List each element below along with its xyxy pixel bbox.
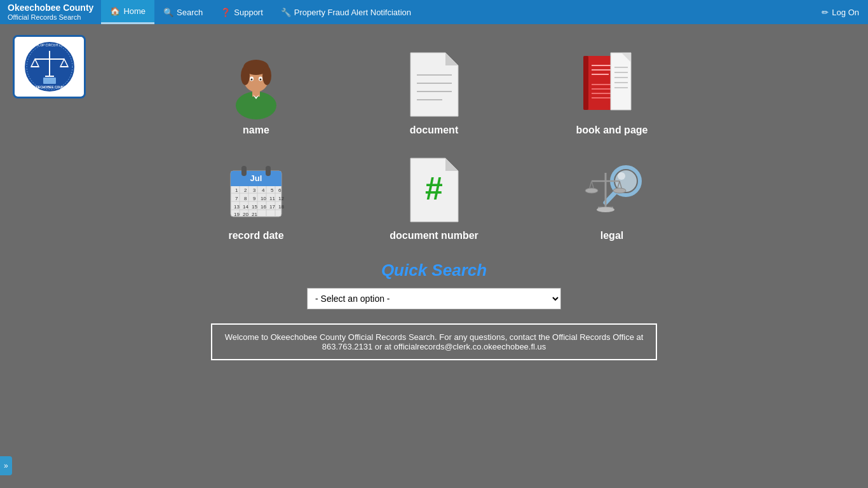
svg-marker-37 (611, 53, 631, 110)
svg-text:6: 6 (278, 187, 281, 193)
document-number-icon: # (410, 158, 458, 222)
svg-text:CLERK OF CIRCUIT COURT: CLERK OF CIRCUIT COURT (29, 43, 71, 47)
document-label: document (410, 125, 458, 136)
svg-text:Jul: Jul (250, 173, 262, 183)
brand-subtitle: Official Records Search (8, 13, 93, 22)
court-seal-svg: OKEECHOBEE COUNTY CLERK OF CIRCUIT COURT (21, 41, 78, 92)
search-option-record-date[interactable]: Jul 1 2 3 4 (186, 155, 326, 241)
sidebar-tab-label: » (4, 461, 8, 470)
navbar: Okeechobee County Official Records Searc… (0, 0, 868, 24)
svg-text:20: 20 (243, 212, 248, 217)
quick-search-section: Quick Search - Select an option - Name D… (13, 261, 855, 360)
svg-rect-7 (43, 78, 56, 84)
search-grid: name document (186, 50, 682, 241)
svg-text:19: 19 (234, 212, 240, 217)
nav-search-label: Search (177, 8, 203, 17)
svg-text:21: 21 (252, 212, 257, 217)
svg-text:13: 13 (234, 204, 240, 210)
welcome-text-line2: 863.763.2131 or at officialrecords@clerk… (322, 342, 546, 351)
svg-point-15 (262, 66, 271, 85)
svg-text:12: 12 (278, 196, 284, 201)
svg-text:11: 11 (269, 196, 275, 201)
svg-text:5: 5 (271, 187, 274, 193)
support-icon: ❓ (220, 8, 231, 17)
home-icon: 🏠 (110, 6, 120, 16)
svg-text:7: 7 (235, 196, 238, 201)
nav-fraud-label: Property Fraud Alert Notifciation (294, 8, 411, 17)
svg-point-18 (251, 78, 253, 80)
svg-point-19 (260, 78, 262, 80)
login-icon: ✏ (822, 8, 829, 17)
svg-rect-48 (241, 166, 247, 176)
document-icon-area (402, 50, 466, 119)
nav-search[interactable]: 🔍 Search (154, 0, 212, 24)
book-and-page-icon-area (580, 50, 644, 119)
logo-container: OKEECHOBEE COUNTY CLERK OF CIRCUIT COURT (13, 35, 86, 98)
svg-text:2: 2 (244, 187, 247, 193)
svg-text:OKEECHOBEE COUNTY: OKEECHOBEE COUNTY (31, 85, 68, 89)
svg-text:14: 14 (243, 204, 248, 210)
svg-text:16: 16 (261, 204, 266, 210)
nav-home-label: Home (123, 6, 146, 16)
svg-point-90 (585, 188, 598, 193)
search-option-legal[interactable]: legal (542, 155, 682, 241)
document-number-label: document number (390, 230, 478, 241)
name-label: name (243, 125, 269, 136)
svg-text:10: 10 (261, 196, 266, 201)
svg-text:9: 9 (253, 196, 256, 201)
search-option-name[interactable]: name (186, 50, 326, 136)
search-icon: 🔍 (163, 8, 173, 17)
nav-login-label: Log On (832, 8, 859, 17)
quick-search-select[interactable]: - Select an option - Name Document Book … (307, 288, 561, 309)
search-option-document[interactable]: document (364, 50, 504, 136)
svg-text:3: 3 (253, 187, 256, 193)
search-option-book-and-page[interactable]: book and page (542, 50, 682, 136)
record-date-icon-area: Jul 1 2 3 4 (224, 155, 288, 225)
quick-search-title: Quick Search (381, 261, 487, 280)
svg-text:4: 4 (262, 187, 265, 193)
calendar-icon: Jul 1 2 3 4 (227, 158, 285, 222)
svg-text:18: 18 (278, 204, 284, 210)
brand-title: Okeechobee County (8, 3, 93, 13)
legal-icon-area (580, 155, 644, 225)
svg-marker-22 (445, 53, 458, 65)
brand: Okeechobee County Official Records Searc… (0, 0, 101, 24)
name-icon-area (224, 50, 288, 119)
svg-point-95 (597, 207, 614, 212)
svg-point-93 (613, 188, 626, 193)
court-logo: OKEECHOBEE COUNTY CLERK OF CIRCUIT COURT (13, 35, 86, 98)
svg-text:1: 1 (235, 187, 238, 193)
legal-scales-icon (580, 157, 644, 224)
svg-rect-28 (583, 56, 588, 110)
nav-fraud[interactable]: 🔧 Property Fraud Alert Notifciation (272, 0, 420, 24)
book-and-page-label: book and page (576, 125, 648, 136)
svg-marker-80 (445, 158, 458, 171)
search-option-document-number[interactable]: # document number (364, 155, 504, 241)
document-number-icon-area: # (402, 155, 466, 225)
svg-text:#: # (425, 171, 443, 207)
legal-label: legal (600, 230, 623, 241)
svg-point-85 (618, 172, 625, 180)
record-date-label: record date (228, 230, 283, 241)
svg-text:15: 15 (252, 204, 257, 210)
sidebar-tab[interactable]: » (0, 456, 12, 475)
book-and-page-icon (580, 50, 644, 119)
main-content: name document (0, 30, 868, 373)
nav-support-label: Support (234, 8, 263, 17)
fraud-icon: 🔧 (281, 8, 291, 17)
svg-line-84 (606, 193, 615, 203)
document-icon (410, 53, 458, 116)
welcome-message: Welcome to Okeechobee County Official Re… (211, 323, 658, 360)
svg-point-14 (241, 66, 250, 85)
welcome-text-line1: Welcome to Okeechobee County Official Re… (225, 332, 644, 342)
nav-support[interactable]: ❓ Support (212, 0, 272, 24)
svg-text:8: 8 (244, 196, 247, 201)
svg-rect-49 (266, 166, 271, 176)
nav-login[interactable]: ✏ Log On (813, 0, 868, 24)
nav-home[interactable]: 🏠 Home (101, 0, 154, 24)
svg-text:17: 17 (269, 204, 275, 210)
person-icon (227, 51, 285, 118)
